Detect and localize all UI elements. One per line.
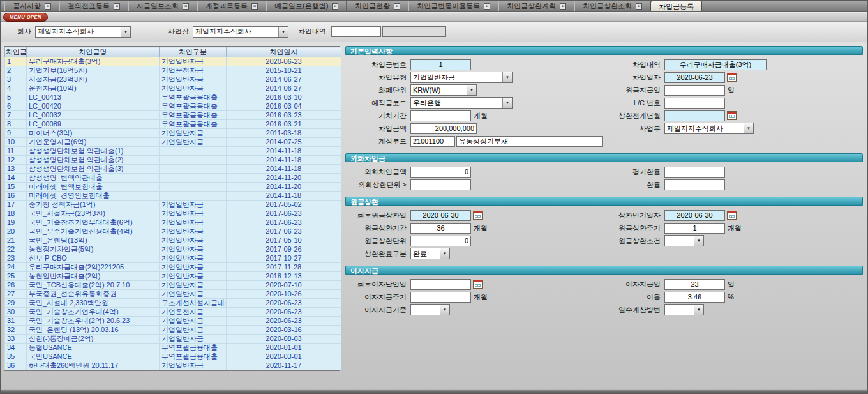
table-cell[interactable]: 국민_기술창조기업우대(4억)	[27, 308, 160, 317]
table-cell[interactable]: 기업일반자금	[160, 290, 227, 299]
table-cell[interactable]: 신보 P-CBO	[27, 254, 160, 263]
table-cell[interactable]: 22	[5, 245, 27, 254]
table-cell[interactable]: 2014-11-18	[227, 192, 341, 201]
table-cell[interactable]	[160, 183, 227, 192]
table-row[interactable]: 21국민_온렌딩(13억)기업일반자금2017-05-10	[5, 236, 341, 245]
table-cell[interactable]: 기업일반자금	[160, 254, 227, 263]
table-cell[interactable]: 2020-06-23	[227, 308, 341, 317]
table-row[interactable]: 32국민_온렌딩 (13억) 20.03.16기업일반자금2020-03-16	[5, 326, 341, 335]
loan-description-input[interactable]	[664, 59, 767, 70]
table-cell[interactable]: 12	[5, 156, 27, 165]
table-cell[interactable]: 기업일반자금	[160, 361, 227, 370]
table-cell[interactable]: 2014-11-18	[227, 156, 341, 165]
table-cell[interactable]: 2020-08-03	[227, 335, 341, 344]
table-cell[interactable]: 3	[5, 75, 27, 84]
loan-desc-search-input[interactable]	[331, 26, 381, 37]
table-row[interactable]: 2기업기보(16억5천)기업운전자금2015-10-21	[5, 66, 341, 75]
table-cell[interactable]: 기업일반자금	[160, 263, 227, 272]
table-cell[interactable]: 2017-06-23	[227, 218, 341, 227]
table-cell[interactable]: 2017-10-27	[227, 254, 341, 263]
table-cell[interactable]	[160, 156, 227, 165]
table-cell[interactable]: 국민USANCE	[27, 352, 160, 361]
table-cell[interactable]	[160, 165, 227, 174]
table-cell[interactable]: 2017-09-26	[227, 245, 341, 254]
table-row[interactable]: 12삼성생명단체보험 약관대출(2)2014-11-18	[5, 156, 341, 165]
table-cell[interactable]	[160, 174, 227, 183]
table-cell[interactable]: 11	[5, 147, 27, 156]
table-cell[interactable]: 부국증권_선순위유동화증권	[27, 290, 160, 299]
table-cell[interactable]: 농협USANCE	[27, 344, 160, 352]
table-cell[interactable]: 2017-05-10	[227, 236, 341, 245]
table-cell[interactable]: 무역포괄금융대출	[160, 352, 227, 361]
table-cell[interactable]: 기업기보(16억5천)	[27, 66, 160, 75]
table-cell[interactable]: 미래에셋_경영인보험대출	[27, 192, 160, 201]
tab-loan-registration[interactable]: 차입금등록	[650, 1, 702, 11]
close-icon[interactable]: ×	[251, 3, 258, 10]
table-cell[interactable]: 기업일반자금	[160, 209, 227, 218]
table-cell[interactable]: 마이너스(3억)	[27, 129, 160, 138]
table-row[interactable]: 23신보 P-CBO기업일반자금2017-10-27	[5, 254, 341, 263]
table-cell[interactable]: 기업일반자금	[160, 281, 227, 290]
table-cell[interactable]: 무역포괄금융대출	[160, 93, 227, 102]
loan-number-input[interactable]	[410, 59, 471, 70]
table-cell[interactable]: 기업일반자금	[160, 75, 227, 84]
table-row[interactable]: 19국민_기술창조기업우대대출(6억)기업일반자금2017-06-23	[5, 218, 341, 227]
table-cell[interactable]: 2018-12-13	[227, 272, 341, 281]
table-row[interactable]: 5LC_00413무역포괄금융대출2016-03-10	[5, 93, 341, 102]
tab-notice[interactable]: 공지사항×	[4, 1, 59, 11]
table-cell[interactable]: 2014-06-27	[227, 84, 341, 93]
table-cell[interactable]: 기업일반자금	[160, 57, 227, 66]
table-cell[interactable]: 2017-06-23	[227, 227, 341, 236]
table-row[interactable]: 27부국증권_선순위유동화증권기업일반자금2020-10-26	[5, 290, 341, 299]
table-cell[interactable]: 하나대출260백만원 20.11.17	[27, 361, 160, 370]
table-cell[interactable]: 2016-03-23	[227, 111, 341, 120]
table-cell[interactable]: 무역포괄금융대출	[160, 111, 227, 120]
table-cell[interactable]: 2020-07-10	[227, 281, 341, 290]
interest-cycle-input[interactable]	[410, 292, 471, 303]
close-icon[interactable]: ×	[183, 3, 189, 10]
principal-repay-period-input[interactable]	[410, 223, 471, 234]
table-cell[interactable]: 15	[5, 183, 27, 192]
table-cell[interactable]: 1	[5, 57, 27, 66]
table-cell[interactable]: 국민_온렌딩(13억)	[27, 236, 160, 245]
worksite-select[interactable]: 제일저지주식회사 ▼	[193, 26, 288, 38]
table-cell[interactable]: 29	[5, 299, 27, 308]
principal-repay-unit-input[interactable]	[410, 236, 471, 246]
tab-voucher-entry[interactable]: 결의전표등록×	[59, 1, 128, 11]
principal-repay-condition-select[interactable]: ▼	[664, 235, 704, 246]
tab-daily-funds-inquiry[interactable]: 자금일보조회×	[128, 1, 197, 11]
table-row[interactable]: 26국민_TCB신용대출(2억) 20.7.10기업일반자금2020-07-10	[5, 281, 341, 290]
table-cell[interactable]: LC_00413	[27, 93, 160, 102]
table-cell[interactable]: 무역포괄금융대출	[160, 120, 227, 129]
table-cell[interactable]: 2017-11-28	[227, 263, 341, 272]
table-cell[interactable]: 13	[5, 165, 27, 174]
fx-repay-unit-input[interactable]	[410, 179, 471, 190]
table-cell[interactable]: 국민_TCB신용대출(2억) 20.7.10	[27, 281, 160, 290]
table-row[interactable]: 35국민USANCE무역포괄금융대출2020-03-01	[5, 352, 341, 361]
exchange-rate-input[interactable]	[664, 179, 725, 190]
table-cell[interactable]: 10	[5, 138, 27, 147]
table-cell[interactable]: 기업운영자금(6억)	[27, 138, 160, 147]
calendar-icon[interactable]	[473, 280, 483, 289]
table-cell[interactable]: 2014-11-20	[227, 174, 341, 183]
table-row[interactable]: 1우리구매자금대출(3억)기업일반자금2020-06-23	[5, 57, 341, 66]
table-row[interactable]: 3시설자금(23억3천)기업일반자금2014-06-27	[5, 75, 341, 84]
table-cell[interactable]: 2014-11-18	[227, 147, 341, 156]
table-cell[interactable]: 9	[5, 129, 27, 138]
interest-basis-select[interactable]: ▼	[410, 304, 450, 315]
calendar-icon[interactable]	[727, 111, 737, 120]
table-cell[interactable]: 24	[5, 263, 27, 272]
table-cell[interactable]: 2016-03-04	[227, 102, 341, 111]
table-cell[interactable]: 기업일반자금	[160, 335, 227, 344]
interest-payday-input[interactable]	[664, 279, 725, 290]
tab-bank-daily-deposit[interactable]: 예금일보(은행별)×	[266, 1, 347, 11]
account-name-input[interactable]	[456, 136, 603, 147]
table-cell[interactable]: 시설자금(23억3천)	[27, 75, 160, 84]
table-cell[interactable]: 34	[5, 344, 27, 352]
loan-type-select[interactable]: 기업일반자금 ▼	[410, 72, 513, 83]
lc-number-input[interactable]	[664, 98, 725, 109]
table-cell[interactable]: 삼성생명단체보험 약관대출(1)	[27, 147, 160, 156]
table-row[interactable]: 7LC_00032무역포괄금융대출2016-03-23	[5, 111, 341, 120]
table-row[interactable]: 11삼성생명단체보험 약관대출(1)2014-11-18	[5, 147, 341, 156]
table-cell[interactable]: LC_00089	[27, 120, 160, 129]
